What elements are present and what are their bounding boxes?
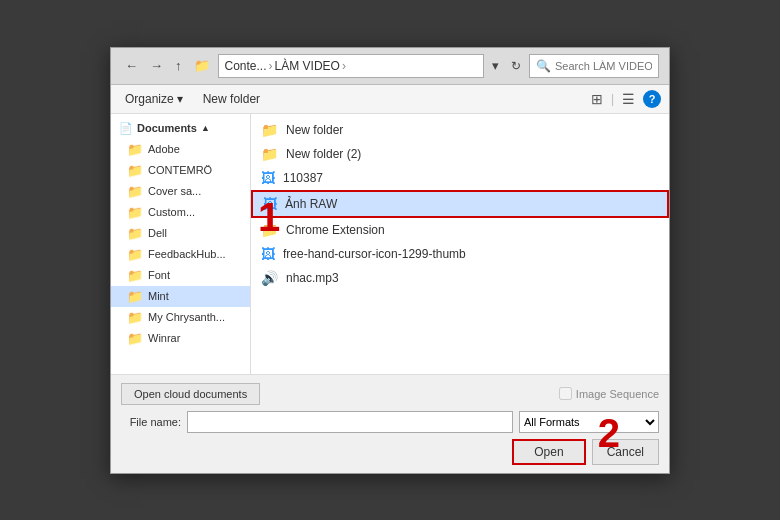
- tree-item-feedbackhub[interactable]: 📁 FeedbackHub...: [111, 244, 250, 265]
- annotation-number-2: 2: [598, 411, 620, 456]
- folder-icon-font: 📁: [127, 268, 143, 283]
- file-label-nhac: nhac.mp3: [286, 271, 339, 285]
- tree-item-winrar[interactable]: 📁 Winrar: [111, 328, 250, 349]
- file-label-cursor: free-hand-cursor-icon-1299-thumb: [283, 247, 466, 261]
- forward-button[interactable]: →: [146, 56, 167, 75]
- tree-item-label-adobe: Adobe: [148, 143, 180, 155]
- path-separator-1: ›: [269, 59, 273, 73]
- section-folder-icon: 📄: [119, 122, 133, 135]
- collapse-icon: ▲: [201, 123, 210, 133]
- path-part-2: LÀM VIDEO: [275, 59, 340, 73]
- file-label-anh-raw: Ảnh RAW: [285, 197, 337, 211]
- up-button[interactable]: ↑: [171, 56, 186, 75]
- open-dialog: ← → ↑ 📁 Conte... › LÀM VIDEO › ▾ ↻ 🔍 Org…: [110, 47, 670, 474]
- tree-item-custom[interactable]: 📁 Custom...: [111, 202, 250, 223]
- file-icon-new-folder: 📁: [261, 122, 278, 138]
- content-area: 📄 Documents ▲ 📁 Adobe 📁 CONTEMRÖ 📁 Cover…: [111, 114, 669, 374]
- tree-item-font[interactable]: 📁 Font: [111, 265, 250, 286]
- new-folder-button[interactable]: New folder: [197, 90, 266, 108]
- image-sequence-label: Image Sequence: [559, 387, 659, 400]
- path-separator-2: ›: [342, 59, 346, 73]
- back-button[interactable]: ←: [121, 56, 142, 75]
- image-sequence-text: Image Sequence: [576, 388, 659, 400]
- file-label-chrome-ext: Chrome Extension: [286, 223, 385, 237]
- organize-label: Organize: [125, 92, 174, 106]
- folder-icon-feedbackhub: 📁: [127, 247, 143, 262]
- file-item-110387[interactable]: 🖼 110387: [251, 166, 669, 190]
- file-item-nhac[interactable]: 🔊 nhac.mp3: [251, 266, 669, 290]
- tree-item-label-font: Font: [148, 269, 170, 281]
- folder-icon-mint: 📁: [127, 289, 143, 304]
- file-icon-new-folder-2: 📁: [261, 146, 278, 162]
- file-item-anh-raw[interactable]: 🖼 Ảnh RAW: [251, 190, 669, 218]
- tree-item-adobe[interactable]: 📁 Adobe: [111, 139, 250, 160]
- form-row-filename: File name: All Formats: [121, 411, 659, 433]
- folder-icon: 📁: [190, 56, 214, 75]
- file-label-110387: 110387: [283, 171, 323, 185]
- folder-icon-mychrysanth: 📁: [127, 310, 143, 325]
- file-label-new-folder: New folder: [286, 123, 343, 137]
- help-button[interactable]: ?: [643, 90, 661, 108]
- view-grid-button[interactable]: ⊞: [587, 89, 607, 109]
- folder-icon-contemro: 📁: [127, 163, 143, 178]
- bottom-area: Open cloud documents Image Sequence File…: [111, 374, 669, 473]
- file-item-cursor[interactable]: 🖼 free-hand-cursor-icon-1299-thumb: [251, 242, 669, 266]
- annotation-number-1: 1: [258, 195, 280, 240]
- tree-item-label-winrar: Winrar: [148, 332, 180, 344]
- format-row: All Formats: [519, 411, 659, 433]
- path-part-1: Conte...: [225, 59, 267, 73]
- image-sequence-checkbox[interactable]: [559, 387, 572, 400]
- folder-icon-winrar: 📁: [127, 331, 143, 346]
- cloud-row-wrapper: Open cloud documents Image Sequence: [121, 383, 659, 405]
- tree-item-dell[interactable]: 📁 Dell: [111, 223, 250, 244]
- tree-item-contemro[interactable]: 📁 CONTEMRÖ: [111, 160, 250, 181]
- filename-input[interactable]: [187, 411, 513, 433]
- tree-item-cover[interactable]: 📁 Cover sa...: [111, 181, 250, 202]
- toolbar-divider: |: [611, 92, 614, 106]
- folder-icon-adobe: 📁: [127, 142, 143, 157]
- folder-icon-custom: 📁: [127, 205, 143, 220]
- tree-item-label-mychrysanth: My Chrysanth...: [148, 311, 225, 323]
- view-list-button[interactable]: ☰: [618, 89, 639, 109]
- open-button[interactable]: Open: [512, 439, 585, 465]
- tree-section-header: 📄 Documents ▲: [111, 118, 250, 139]
- tree-item-label-feedbackhub: FeedbackHub...: [148, 248, 226, 260]
- file-icon-110387: 🖼: [261, 170, 275, 186]
- left-panel: 📄 Documents ▲ 📁 Adobe 📁 CONTEMRÖ 📁 Cover…: [111, 114, 251, 374]
- refresh-button[interactable]: ↻: [507, 57, 525, 75]
- right-panel: 📁 New folder 📁 New folder (2) 🖼 110387 🖼…: [251, 114, 669, 374]
- new-folder-label: New folder: [203, 92, 260, 106]
- tree-item-label-dell: Dell: [148, 227, 167, 239]
- search-bar: 🔍: [529, 54, 659, 78]
- toolbar: Organize ▾ New folder ⊞ | ☰ ?: [111, 85, 669, 114]
- folder-icon-dell: 📁: [127, 226, 143, 241]
- tree-item-mint[interactable]: 📁 Mint: [111, 286, 250, 307]
- file-icon-cursor: 🖼: [261, 246, 275, 262]
- section-label: Documents: [137, 122, 197, 134]
- title-bar: ← → ↑ 📁 Conte... › LÀM VIDEO › ▾ ↻ 🔍: [111, 48, 669, 85]
- file-item-chrome-ext[interactable]: 📁 Chrome Extension: [251, 218, 669, 242]
- tree-item-label-mint: Mint: [148, 290, 169, 302]
- cloud-documents-button[interactable]: Open cloud documents: [121, 383, 260, 405]
- tree-item-label-cover: Cover sa...: [148, 185, 201, 197]
- button-row: Open Cancel: [121, 439, 659, 465]
- search-input[interactable]: [555, 60, 652, 72]
- path-dropdown-button[interactable]: ▾: [488, 56, 503, 75]
- organize-button[interactable]: Organize ▾: [119, 90, 189, 108]
- file-item-new-folder[interactable]: 📁 New folder: [251, 118, 669, 142]
- format-select[interactable]: All Formats: [519, 411, 659, 433]
- organize-arrow: ▾: [177, 92, 183, 106]
- search-icon: 🔍: [536, 59, 551, 73]
- filename-label: File name:: [121, 416, 181, 428]
- toolbar-icons: ⊞ | ☰ ?: [587, 89, 661, 109]
- file-label-new-folder-2: New folder (2): [286, 147, 361, 161]
- tree-item-mychrysanth[interactable]: 📁 My Chrysanth...: [111, 307, 250, 328]
- tree-item-label-contemro: CONTEMRÖ: [148, 164, 212, 176]
- file-item-new-folder-2[interactable]: 📁 New folder (2): [251, 142, 669, 166]
- file-icon-nhac: 🔊: [261, 270, 278, 286]
- tree-item-label-custom: Custom...: [148, 206, 195, 218]
- path-bar[interactable]: Conte... › LÀM VIDEO ›: [218, 54, 485, 78]
- folder-icon-cover: 📁: [127, 184, 143, 199]
